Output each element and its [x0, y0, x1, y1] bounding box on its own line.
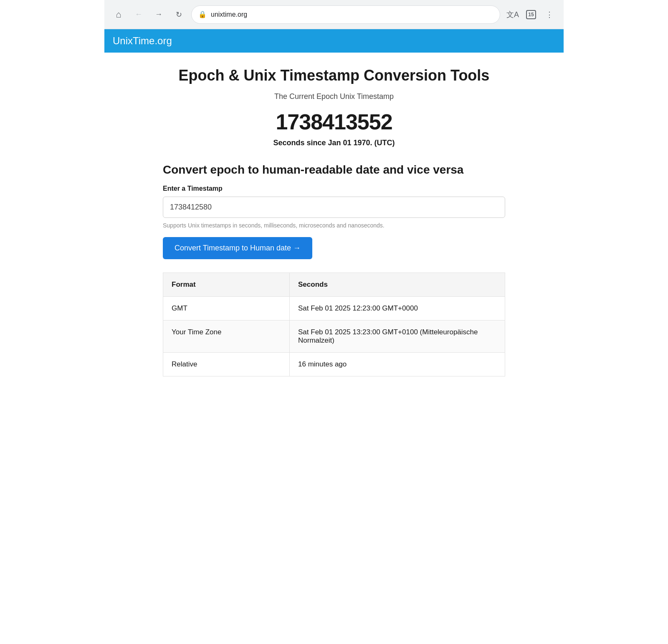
table-row: Your Time ZoneSat Feb 01 2025 13:23:00 G…: [163, 321, 505, 353]
main-content: Epoch & Unix Timestamp Conversion Tools …: [146, 53, 522, 390]
table-row: GMTSat Feb 01 2025 12:23:00 GMT+0000: [163, 297, 505, 321]
address-bar[interactable]: 🔒: [191, 5, 500, 24]
tabs-button[interactable]: 15: [524, 7, 539, 22]
results-table: Format Seconds GMTSat Feb 01 2025 12:23:…: [163, 273, 505, 376]
translate-icon: 文A: [506, 10, 519, 20]
browser-actions: 文A 15 ⋮: [505, 7, 557, 22]
convert-section-heading: Convert epoch to human-readable date and…: [163, 162, 505, 177]
translate-button[interactable]: 文A: [505, 7, 520, 22]
page-heading: Epoch & Unix Timestamp Conversion Tools: [163, 66, 505, 86]
table-cell-value: Sat Feb 01 2025 12:23:00 GMT+0000: [290, 297, 505, 321]
url-input[interactable]: [211, 11, 493, 18]
table-cell-format: Your Time Zone: [163, 321, 290, 353]
hint-text: Supports Unix timestamps in seconds, mil…: [163, 222, 505, 229]
table-cell-value: Sat Feb 01 2025 13:23:00 GMT+0100 (Mitte…: [290, 321, 505, 353]
table-cell-value: 16 minutes ago: [290, 353, 505, 376]
browser-chrome: ⌂ ← → ↻ 🔒 文A 15 ⋮: [104, 0, 564, 29]
current-epoch-timestamp: 1738413552: [163, 109, 505, 134]
back-button[interactable]: ←: [131, 7, 146, 22]
home-button[interactable]: ⌂: [111, 7, 126, 22]
input-label: Enter a Timestamp: [163, 185, 505, 192]
table-cell-format: GMT: [163, 297, 290, 321]
menu-icon: ⋮: [546, 10, 553, 19]
subtitle: The Current Epoch Unix Timestamp: [163, 92, 505, 101]
lock-icon: 🔒: [198, 10, 207, 18]
table-header-format: Format: [163, 273, 290, 297]
site-logo-title[interactable]: UnixTime.org: [113, 35, 172, 46]
site-header: UnixTime.org: [104, 29, 564, 53]
timestamp-input[interactable]: [163, 197, 505, 218]
reload-button[interactable]: ↻: [171, 7, 186, 22]
table-header-seconds: Seconds: [290, 273, 505, 297]
convert-button[interactable]: Convert Timestamp to Human date →: [163, 237, 312, 259]
menu-button[interactable]: ⋮: [542, 7, 557, 22]
since-label: Seconds since Jan 01 1970. (UTC): [163, 139, 505, 147]
tabs-count: 15: [526, 10, 536, 19]
forward-button[interactable]: →: [151, 7, 166, 22]
table-cell-format: Relative: [163, 353, 290, 376]
table-row: Relative16 minutes ago: [163, 353, 505, 376]
